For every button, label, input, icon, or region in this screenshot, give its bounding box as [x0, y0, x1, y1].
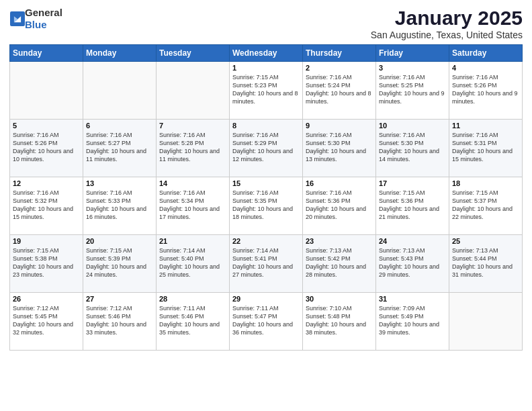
day-number: 8 [232, 122, 300, 130]
table-cell-w2-d7: 11Sunrise: 7:16 AM Sunset: 5:31 PM Dayli… [449, 120, 523, 177]
day-number: 29 [232, 295, 300, 303]
day-number: 12 [13, 179, 80, 187]
table-cell-w3-d3: 14Sunrise: 7:16 AM Sunset: 5:34 PM Dayli… [157, 177, 230, 235]
day-number: 5 [13, 122, 80, 130]
day-info: Sunrise: 7:15 AM Sunset: 5:36 PM Dayligh… [379, 189, 446, 222]
table-cell-w2-d6: 10Sunrise: 7:16 AM Sunset: 5:30 PM Dayli… [376, 120, 449, 177]
logo-blue: Blue [25, 19, 47, 30]
day-info: Sunrise: 7:16 AM Sunset: 5:31 PM Dayligh… [452, 131, 519, 164]
logo-icon [10, 11, 25, 26]
table-cell-w2-d2: 6Sunrise: 7:16 AM Sunset: 5:27 PM Daylig… [83, 120, 157, 177]
table-cell-w4-d7: 25Sunrise: 7:13 AM Sunset: 5:44 PM Dayli… [449, 235, 523, 293]
week-row-2: 5Sunrise: 7:16 AM Sunset: 5:26 PM Daylig… [10, 120, 523, 177]
table-cell-w3-d7: 18Sunrise: 7:15 AM Sunset: 5:37 PM Dayli… [449, 177, 523, 235]
table-cell-w5-d5: 30Sunrise: 7:10 AM Sunset: 5:48 PM Dayli… [303, 293, 376, 351]
day-number: 16 [306, 179, 373, 187]
header-row: General Blue January 2025 San Augustine,… [9, 7, 523, 40]
day-number: 15 [232, 179, 300, 187]
day-info: Sunrise: 7:16 AM Sunset: 5:25 PM Dayligh… [379, 73, 446, 106]
day-number: 18 [452, 179, 519, 187]
day-number: 9 [306, 122, 373, 130]
table-cell-w4-d1: 19Sunrise: 7:15 AM Sunset: 5:38 PM Dayli… [10, 235, 83, 293]
table-cell-w3-d4: 15Sunrise: 7:16 AM Sunset: 5:35 PM Dayli… [230, 177, 303, 235]
day-info: Sunrise: 7:13 AM Sunset: 5:42 PM Dayligh… [306, 246, 373, 279]
table-cell-w1-d5: 2Sunrise: 7:16 AM Sunset: 5:24 PM Daylig… [303, 62, 376, 120]
week-row-1: 1Sunrise: 7:15 AM Sunset: 5:23 PM Daylig… [10, 62, 523, 120]
table-cell-w1-d1 [10, 62, 83, 120]
table-cell-w4-d4: 22Sunrise: 7:14 AM Sunset: 5:41 PM Dayli… [230, 235, 303, 293]
day-number: 3 [379, 64, 446, 72]
day-number: 14 [159, 179, 226, 187]
table-cell-w1-d4: 1Sunrise: 7:15 AM Sunset: 5:23 PM Daylig… [230, 62, 303, 120]
col-sunday: Sunday [10, 45, 83, 62]
week-row-4: 19Sunrise: 7:15 AM Sunset: 5:38 PM Dayli… [10, 235, 523, 293]
day-info: Sunrise: 7:14 AM Sunset: 5:41 PM Dayligh… [232, 246, 300, 279]
day-info: Sunrise: 7:10 AM Sunset: 5:48 PM Dayligh… [306, 304, 373, 337]
day-number: 21 [159, 237, 226, 245]
day-number: 2 [306, 64, 373, 72]
day-info: Sunrise: 7:16 AM Sunset: 5:34 PM Dayligh… [159, 189, 226, 222]
day-info: Sunrise: 7:16 AM Sunset: 5:24 PM Dayligh… [306, 73, 373, 106]
day-info: Sunrise: 7:11 AM Sunset: 5:46 PM Dayligh… [159, 304, 226, 337]
day-number: 10 [379, 122, 446, 130]
table-cell-w3-d5: 16Sunrise: 7:16 AM Sunset: 5:36 PM Dayli… [303, 177, 376, 235]
table-cell-w5-d7 [449, 293, 523, 351]
day-number: 11 [452, 122, 519, 130]
day-number: 24 [379, 237, 446, 245]
day-info: Sunrise: 7:16 AM Sunset: 5:33 PM Dayligh… [86, 189, 153, 222]
day-info: Sunrise: 7:15 AM Sunset: 5:38 PM Dayligh… [13, 246, 80, 279]
day-info: Sunrise: 7:16 AM Sunset: 5:32 PM Dayligh… [13, 189, 80, 222]
table-cell-w1-d2 [83, 62, 157, 120]
table-cell-w2-d4: 8Sunrise: 7:16 AM Sunset: 5:29 PM Daylig… [230, 120, 303, 177]
day-info: Sunrise: 7:16 AM Sunset: 5:28 PM Dayligh… [159, 131, 226, 164]
day-info: Sunrise: 7:16 AM Sunset: 5:35 PM Dayligh… [232, 189, 300, 222]
table-cell-w3-d2: 13Sunrise: 7:16 AM Sunset: 5:33 PM Dayli… [83, 177, 157, 235]
day-info: Sunrise: 7:16 AM Sunset: 5:30 PM Dayligh… [306, 131, 373, 164]
day-number: 30 [306, 295, 373, 303]
day-info: Sunrise: 7:16 AM Sunset: 5:30 PM Dayligh… [379, 131, 446, 164]
day-number: 22 [232, 237, 300, 245]
day-info: Sunrise: 7:13 AM Sunset: 5:44 PM Dayligh… [452, 246, 519, 279]
table-cell-w5-d3: 28Sunrise: 7:11 AM Sunset: 5:46 PM Dayli… [157, 293, 230, 351]
day-info: Sunrise: 7:16 AM Sunset: 5:27 PM Dayligh… [86, 131, 153, 164]
table-cell-w2-d5: 9Sunrise: 7:16 AM Sunset: 5:30 PM Daylig… [303, 120, 376, 177]
calendar-subtitle: San Augustine, Texas, United States [371, 30, 523, 40]
col-friday: Friday [376, 45, 449, 62]
day-number: 27 [86, 295, 153, 303]
day-info: Sunrise: 7:14 AM Sunset: 5:40 PM Dayligh… [159, 246, 226, 279]
col-saturday: Saturday [449, 45, 523, 62]
calendar-title: January 2025 [371, 7, 523, 30]
table-cell-w2-d1: 5Sunrise: 7:16 AM Sunset: 5:26 PM Daylig… [10, 120, 83, 177]
table-cell-w1-d6: 3Sunrise: 7:16 AM Sunset: 5:25 PM Daylig… [376, 62, 449, 120]
header-row-days: Sunday Monday Tuesday Wednesday Thursday… [10, 45, 523, 62]
table-cell-w3-d1: 12Sunrise: 7:16 AM Sunset: 5:32 PM Dayli… [10, 177, 83, 235]
week-row-3: 12Sunrise: 7:16 AM Sunset: 5:32 PM Dayli… [10, 177, 523, 235]
table-cell-w5-d6: 31Sunrise: 7:09 AM Sunset: 5:49 PM Dayli… [376, 293, 449, 351]
day-info: Sunrise: 7:09 AM Sunset: 5:49 PM Dayligh… [379, 304, 446, 337]
table-cell-w5-d1: 26Sunrise: 7:12 AM Sunset: 5:45 PM Dayli… [10, 293, 83, 351]
day-number: 7 [159, 122, 226, 130]
day-info: Sunrise: 7:15 AM Sunset: 5:23 PM Dayligh… [232, 73, 300, 106]
day-number: 17 [379, 179, 446, 187]
col-wednesday: Wednesday [230, 45, 303, 62]
day-info: Sunrise: 7:12 AM Sunset: 5:46 PM Dayligh… [86, 304, 153, 337]
week-row-5: 26Sunrise: 7:12 AM Sunset: 5:45 PM Dayli… [10, 293, 523, 351]
day-info: Sunrise: 7:15 AM Sunset: 5:37 PM Dayligh… [452, 189, 519, 222]
table-cell-w5-d4: 29Sunrise: 7:11 AM Sunset: 5:47 PM Dayli… [230, 293, 303, 351]
table-cell-w4-d5: 23Sunrise: 7:13 AM Sunset: 5:42 PM Dayli… [303, 235, 376, 293]
day-number: 20 [86, 237, 153, 245]
logo-general: General [25, 7, 62, 18]
col-monday: Monday [83, 45, 157, 62]
title-block: January 2025 San Augustine, Texas, Unite… [371, 7, 523, 40]
day-info: Sunrise: 7:16 AM Sunset: 5:29 PM Dayligh… [232, 131, 300, 164]
day-info: Sunrise: 7:13 AM Sunset: 5:43 PM Dayligh… [379, 246, 446, 279]
table-cell-w5-d2: 27Sunrise: 7:12 AM Sunset: 5:46 PM Dayli… [83, 293, 157, 351]
day-number: 1 [232, 64, 300, 72]
table-cell-w3-d6: 17Sunrise: 7:15 AM Sunset: 5:36 PM Dayli… [376, 177, 449, 235]
day-info: Sunrise: 7:16 AM Sunset: 5:26 PM Dayligh… [13, 131, 80, 164]
day-info: Sunrise: 7:16 AM Sunset: 5:36 PM Dayligh… [306, 189, 373, 222]
calendar-container: General Blue January 2025 San Augustine,… [0, 0, 532, 355]
day-number: 26 [13, 295, 80, 303]
svg-rect-0 [10, 11, 25, 26]
table-cell-w1-d3 [157, 62, 230, 120]
